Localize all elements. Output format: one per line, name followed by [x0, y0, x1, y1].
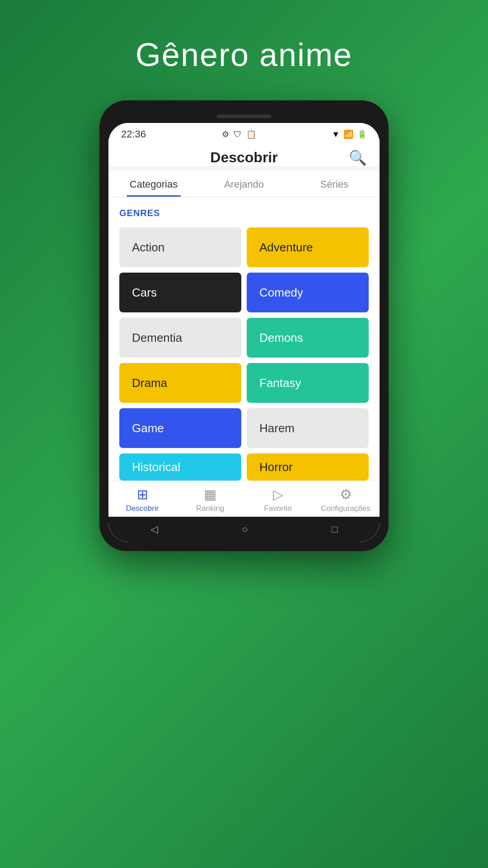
nav-favorito[interactable]: ▷ Favorito	[244, 486, 312, 513]
genre-item-harem[interactable]: Harem	[247, 408, 369, 448]
signal-icon: 📶	[343, 129, 353, 139]
content-area: GENRES ActionAdventureCarsComedyDementia…	[108, 197, 380, 481]
back-button[interactable]: ◁	[150, 524, 158, 535]
genre-item-drama[interactable]: Drama	[119, 363, 241, 403]
genre-item-horror[interactable]: Horror	[247, 453, 369, 481]
genre-item-demons[interactable]: Demons	[247, 318, 369, 358]
phone-top-bezel	[108, 109, 380, 123]
recents-button[interactable]: □	[332, 524, 338, 535]
ranking-icon: ▦	[204, 486, 216, 502]
genre-item-dementia[interactable]: Dementia	[119, 318, 241, 358]
genre-item-fantasy[interactable]: Fantasy	[247, 363, 369, 403]
ranking-label: Ranking	[196, 504, 224, 513]
search-button[interactable]: 🔍	[349, 149, 367, 166]
genre-item-historical[interactable]: Historical	[119, 453, 241, 481]
battery-icon: 🔋	[357, 129, 367, 139]
nav-ranking[interactable]: ▦ Ranking	[176, 486, 244, 513]
settings-status-icon: ⚙	[222, 129, 229, 139]
phone-device: 22:36 ⚙ 🛡 📋 ▼ 📶 🔋 Descobrir 🔍 Categorias	[99, 100, 389, 551]
phone-screen: 22:36 ⚙ 🛡 📋 ▼ 📶 🔋 Descobrir 🔍 Categorias	[108, 123, 380, 542]
status-bar: 22:36 ⚙ 🛡 📋 ▼ 📶 🔋	[108, 123, 380, 144]
genre-item-action[interactable]: Action	[119, 227, 241, 267]
configuracoes-icon: ⚙	[340, 486, 352, 502]
genre-grid: ActionAdventureCarsComedyDementiaDemonsD…	[119, 227, 369, 481]
wifi-icon: ▼	[332, 130, 340, 139]
genre-item-comedy[interactable]: Comedy	[247, 273, 369, 312]
descobrir-icon: ⊞	[137, 486, 148, 502]
status-time: 22:36	[121, 128, 146, 140]
descobrir-label: Descobrir	[126, 504, 159, 513]
genre-item-adventure[interactable]: Adventure	[247, 227, 369, 267]
genres-section-label: GENRES	[119, 208, 369, 218]
genre-item-game[interactable]: Game	[119, 408, 241, 448]
page-title: Gênero anime	[136, 36, 352, 73]
tab-series[interactable]: Séries	[289, 170, 380, 197]
genre-item-cars[interactable]: Cars	[119, 273, 241, 312]
favorito-icon: ▷	[273, 486, 283, 502]
tab-bar: Categorias Arejando Séries	[108, 170, 380, 197]
nav-configuracoes[interactable]: ⚙ Configurações	[312, 486, 380, 513]
home-button[interactable]: ○	[242, 524, 248, 535]
android-nav-bar: ◁ ○ □	[108, 517, 380, 542]
status-right-icons: ▼ 📶 🔋	[332, 129, 367, 139]
app-title: Descobrir	[210, 149, 277, 166]
shield-status-icon: 🛡	[234, 130, 242, 139]
app-top-bar: Descobrir 🔍	[108, 144, 380, 166]
configuracoes-label: Configurações	[321, 504, 371, 513]
status-icons-left: ⚙ 🛡 📋	[222, 129, 256, 139]
clipboard-status-icon: 📋	[246, 129, 256, 139]
nav-descobrir[interactable]: ⊞ Descobrir	[108, 486, 176, 513]
tab-categorias[interactable]: Categorias	[108, 170, 199, 197]
favorito-label: Favorito	[264, 504, 291, 513]
speaker-grill	[217, 114, 271, 118]
tab-arejando[interactable]: Arejando	[199, 170, 289, 197]
bottom-nav: ⊞ Descobrir ▦ Ranking ▷ Favorito ⚙ Confi…	[108, 481, 380, 517]
